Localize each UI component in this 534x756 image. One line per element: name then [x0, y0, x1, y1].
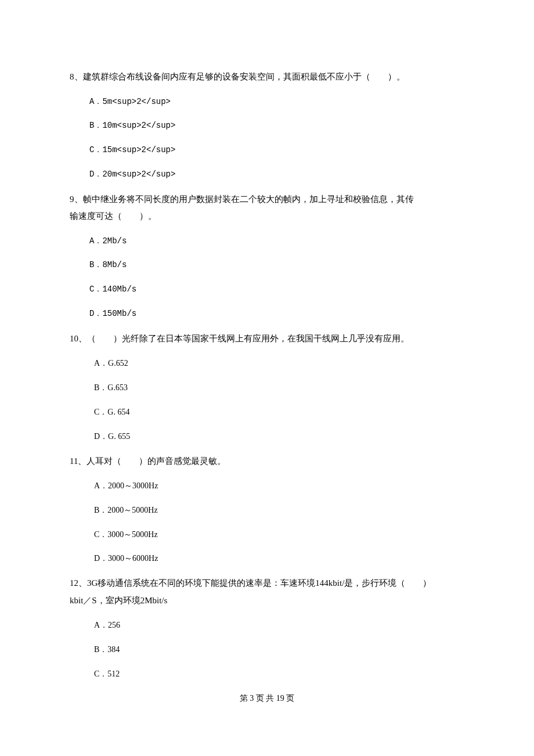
page-footer: 第 3 页 共 19 页 — [70, 692, 464, 705]
question-9-text-line2: 输速度可达（ ）。 — [70, 209, 464, 224]
page-content: 8、建筑群综合布线设备间内应有足够的设备安装空间，其面积最低不应小于（ ）。 A… — [0, 0, 534, 736]
question-11-option-d: D．3000～6000Hz — [94, 552, 464, 566]
question-8-option-c: C．15m<sup>2</sup> — [89, 143, 464, 157]
question-9-option-d: D．150Mb/s — [89, 307, 464, 321]
question-12-option-a: A．256 — [94, 618, 464, 632]
question-10-text: 10、（ ）光纤除了在日本等国家干线网上有应用外，在我国干线网上几乎没有应用。 — [70, 332, 464, 347]
question-9-option-b: B．8Mb/s — [89, 258, 464, 272]
question-8-option-a: A．5m<sup>2</sup> — [89, 95, 464, 109]
question-11-option-a: A．2000～3000Hz — [94, 479, 464, 493]
question-11-option-b: B．2000～5000Hz — [94, 503, 464, 517]
question-11-text: 11、人耳对（ ）的声音感觉最灵敏。 — [70, 454, 464, 469]
question-9-text-line1: 9、帧中继业务将不同长度的用户数据封装在二个较大的帧内，加上寻址和校验信息，其传 — [70, 192, 464, 207]
question-12-text-line1: 12、3G移动通信系统在不同的环境下能提供的速率是：车速环境144kbit/是，… — [70, 576, 464, 591]
question-9-option-c: C．140Mb/s — [89, 283, 464, 297]
question-10-option-b: B．G.653 — [94, 381, 464, 395]
question-9-option-a: A．2Mb/s — [89, 235, 464, 249]
question-12-option-c: C．512 — [94, 667, 464, 681]
question-8-option-d: D．20m<sup>2</sup> — [89, 168, 464, 182]
question-10-option-c: C．G. 654 — [94, 405, 464, 419]
question-8-text: 8、建筑群综合布线设备间内应有足够的设备安装空间，其面积最低不应小于（ ）。 — [70, 70, 464, 85]
question-8-option-b: B．10m<sup>2</sup> — [89, 119, 464, 133]
question-12-text-line2: kbit／S，室内环境2Mbit/s — [70, 593, 464, 609]
question-10-option-a: A．G.652 — [94, 357, 464, 370]
question-11-option-c: C．3000～5000Hz — [94, 528, 464, 542]
question-12-option-b: B．384 — [94, 643, 464, 657]
question-10-option-d: D．G. 655 — [94, 430, 464, 444]
